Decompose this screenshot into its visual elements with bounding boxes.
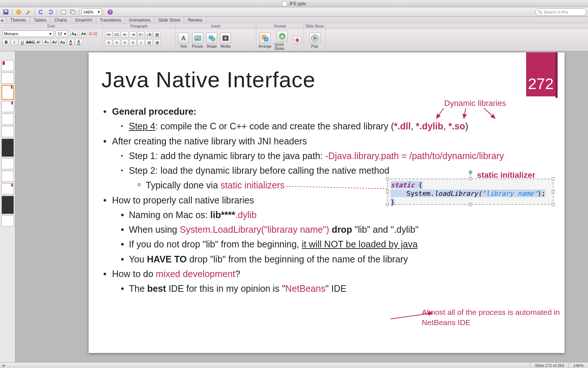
line-spacing-button[interactable]: ≡↕ — [137, 31, 145, 38]
slide-thumb[interactable] — [1, 171, 14, 182]
indent-button[interactable]: ⇥ — [129, 31, 137, 38]
shape-fill-button[interactable] — [293, 36, 301, 45]
font-size-combo[interactable]: 12▾ — [56, 30, 68, 37]
svg-point-14 — [211, 37, 215, 41]
group-slideshow: Play — [304, 29, 326, 51]
columns-button[interactable]: ▥ — [153, 31, 161, 38]
slide-thumb[interactable] — [1, 73, 14, 84]
justify-button[interactable]: ≡ — [129, 39, 137, 46]
align-left-button[interactable]: ≡ — [105, 39, 112, 46]
numbering-button[interactable]: ≡1 — [113, 31, 120, 38]
superscript-button[interactable]: A² — [35, 39, 42, 45]
status-bar: w Slide 272 of 283 146% — [0, 362, 588, 368]
slide-thumb[interactable] — [1, 60, 14, 71]
save-button[interactable] — [1, 8, 10, 16]
align-distribute-button[interactable]: ⫞ — [137, 39, 145, 46]
tab-tables[interactable]: Tables — [30, 17, 51, 24]
insert-text-button[interactable]: AText — [178, 33, 189, 48]
convert-smartart-button[interactable]: ⊞ — [153, 39, 161, 46]
duplicate-slide-button[interactable] — [68, 8, 77, 16]
new-slide-button[interactable] — [59, 8, 68, 16]
grow-font-button[interactable]: A▴ — [70, 31, 78, 37]
svg-text:?: ? — [109, 10, 112, 14]
slide-thumb[interactable] — [1, 196, 14, 214]
ribbon-tabs: ◂ Themes Tables Charts SmartArt Transiti… — [0, 17, 588, 24]
subscript-button[interactable]: A₂ — [43, 39, 50, 45]
tab-review[interactable]: Review — [184, 17, 206, 24]
play-button[interactable]: Play — [309, 33, 320, 48]
slide-thumb[interactable] — [1, 216, 14, 227]
strike-button[interactable]: ABC — [27, 39, 34, 45]
help-icon[interactable]: ? — [106, 8, 115, 16]
slide-title[interactable]: Java Native Interface — [101, 67, 316, 92]
insert-shape-button[interactable]: Shape — [206, 33, 217, 48]
svg-point-8 — [539, 10, 541, 13]
underline-button[interactable]: U — [19, 39, 26, 45]
zoom-combo[interactable]: 146%▾ — [81, 8, 102, 16]
resize-handle[interactable] — [386, 203, 389, 206]
align-vertical-button[interactable]: ⊟ — [145, 39, 153, 46]
slide-thumb[interactable] — [1, 158, 14, 169]
highlight-button[interactable]: A — [75, 39, 82, 45]
resize-handle[interactable] — [552, 177, 555, 180]
format-brush-button[interactable] — [24, 8, 33, 16]
insert-media-button[interactable]: Media — [220, 33, 231, 48]
resize-handle[interactable] — [552, 190, 555, 193]
search-input[interactable]: Search in Pre — [535, 8, 587, 16]
clear-format-button[interactable]: A⌫ — [90, 31, 97, 37]
align-center-button[interactable]: ≡ — [113, 39, 120, 46]
font-color-button[interactable]: A — [67, 39, 74, 45]
zoom-label[interactable]: 146% — [569, 363, 588, 368]
slide-number-badge: 272 — [526, 52, 555, 96]
slide-thumb[interactable] — [1, 101, 14, 112]
bold-button[interactable]: B — [3, 39, 10, 45]
svg-line-24 — [286, 186, 387, 189]
align-right-button[interactable]: ≡ — [121, 39, 129, 46]
group-format: Arrange Quick Styles — [256, 29, 304, 51]
tab-home-collapse[interactable]: ◂ — [0, 17, 7, 24]
tab-slideshow[interactable]: Slide Show — [155, 17, 184, 24]
help-button[interactable] — [14, 8, 23, 16]
resize-handle[interactable] — [386, 190, 389, 193]
tab-transitions[interactable]: Transitions — [96, 17, 125, 24]
insert-picture-button[interactable]: Picture — [192, 33, 203, 48]
slide-thumb-current[interactable] — [1, 85, 14, 100]
dedent-button[interactable]: ⇤ — [121, 31, 129, 38]
change-case-button[interactable]: Aa — [59, 39, 66, 45]
group-insert: AText Picture Shape Media — [176, 29, 256, 51]
arrange-button[interactable]: Arrange — [258, 33, 272, 48]
tab-themes[interactable]: Themes — [7, 17, 30, 24]
slide-thumb[interactable] — [1, 126, 14, 137]
thumbnail-panel[interactable]: × — [0, 51, 15, 362]
resize-handle[interactable] — [469, 177, 472, 180]
quick-styles-button[interactable]: Quick Styles — [275, 31, 290, 51]
tab-charts[interactable]: Charts — [51, 17, 71, 24]
svg-rect-1 — [4, 10, 7, 12]
slide-thumb[interactable] — [1, 114, 14, 125]
resize-handle[interactable] — [469, 203, 472, 206]
bullets-button[interactable]: ≡• — [105, 31, 112, 38]
slide-thumb[interactable] — [1, 139, 14, 157]
group-paragraph: ≡• ≡1 ⇤ ⇥ ≡↕ ↕A ▥ ≡ ≡ ≡ ≡ ⫞ ⊟ ⊞ — [103, 29, 176, 51]
slide-thumb[interactable] — [1, 183, 14, 194]
char-spacing-button[interactable]: AV — [51, 39, 58, 45]
tab-animations[interactable]: Animations — [125, 17, 155, 24]
shrink-font-button[interactable]: A▾ — [80, 31, 87, 37]
italic-button[interactable]: I — [11, 39, 18, 45]
font-name-combo[interactable]: Monaco▾ — [2, 30, 53, 37]
tab-smartart[interactable]: SmartArt — [71, 17, 96, 24]
redo-button[interactable] — [46, 8, 55, 16]
resize-handle[interactable] — [386, 177, 389, 180]
view-label: w — [0, 363, 5, 368]
svg-rect-18 — [264, 37, 268, 41]
workspace: × Java Native Interface 272 Dynamic libr… — [0, 51, 588, 362]
text-direction-button[interactable]: ↕A — [145, 31, 153, 38]
svg-rect-3 — [61, 10, 66, 14]
slide-canvas[interactable]: Java Native Interface 272 Dynamic librar… — [15, 51, 588, 362]
window-title: JFE.pptx — [289, 1, 306, 6]
resize-handle[interactable] — [552, 203, 555, 206]
window-titlebar: JFE.pptx — [0, 0, 588, 7]
code-textbox-selected[interactable]: static { System.loadLibrary("library nam… — [387, 179, 554, 205]
netbeans-note: Almost all of the process is automated i… — [422, 307, 561, 327]
undo-button[interactable] — [37, 8, 45, 16]
